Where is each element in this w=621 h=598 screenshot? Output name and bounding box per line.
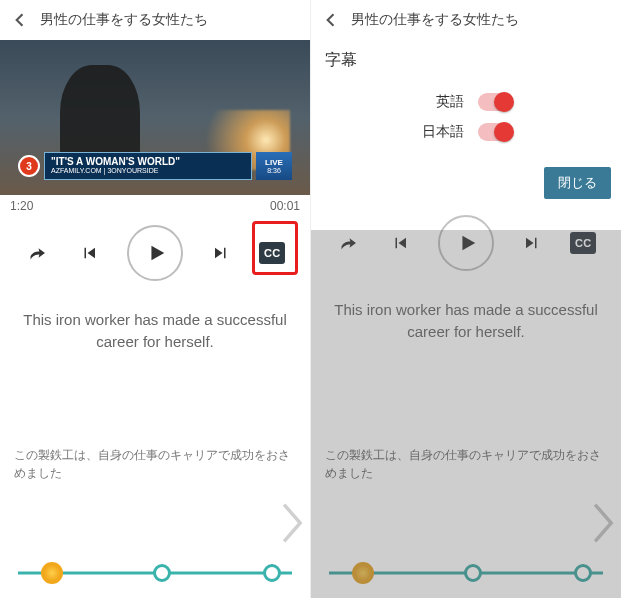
header: 男性の仕事をする女性たち <box>311 0 621 40</box>
stepper-dot[interactable] <box>574 564 592 582</box>
option-english-label: 英語 <box>420 93 464 111</box>
lower-third: 3 "IT'S A WOMAN'S WORLD" AZFAMILY.COM | … <box>18 151 292 181</box>
next-card-chevron-icon[interactable] <box>276 500 306 550</box>
header: 男性の仕事をする女性たち <box>0 0 310 40</box>
close-button[interactable]: 閉じる <box>544 167 611 199</box>
chyron-headline: "IT'S A WOMAN'S WORLD" <box>51 157 251 167</box>
chyron-subline: AZFAMILY.COM | 3ONYOURSIDE <box>51 167 251 175</box>
stepper-dot[interactable] <box>464 564 482 582</box>
previous-button[interactable] <box>387 230 413 256</box>
subtitle-panel-title: 字幕 <box>311 40 621 85</box>
stepper-dot-current[interactable] <box>41 562 63 584</box>
time-remaining: 00:01 <box>270 199 300 213</box>
next-button[interactable] <box>208 240 234 266</box>
play-button[interactable] <box>438 215 494 271</box>
video-subject-silhouette <box>60 65 140 160</box>
play-button[interactable] <box>127 225 183 281</box>
left-screen: 男性の仕事をする女性たち 3 "IT'S A WOMAN'S WORLD" AZ… <box>0 0 310 598</box>
option-japanese-label: 日本語 <box>420 123 464 141</box>
page-title: 男性の仕事をする女性たち <box>40 11 208 29</box>
subtitle-japanese: この製鉄工は、自身の仕事のキャリアで成功をおさめました <box>0 446 310 482</box>
subtitle-japanese: この製鉄工は、自身の仕事のキャリアで成功をおさめました <box>311 446 621 482</box>
option-english: 英語 <box>420 93 512 111</box>
playback-times: 1:20 00:01 <box>0 195 310 221</box>
speed-button[interactable] <box>25 240 51 266</box>
page-title: 男性の仕事をする女性たち <box>351 11 519 29</box>
speed-button[interactable] <box>336 230 362 256</box>
next-card-chevron-icon[interactable] <box>587 500 617 550</box>
subtitle-english: This iron worker has made a successful c… <box>311 283 621 343</box>
toggle-english[interactable] <box>478 93 512 111</box>
stepper-dot[interactable] <box>263 564 281 582</box>
toggle-japanese[interactable] <box>478 123 512 141</box>
progress-stepper[interactable] <box>311 558 621 588</box>
playback-controls: CC <box>311 211 621 283</box>
video-player[interactable]: 3 "IT'S A WOMAN'S WORLD" AZFAMILY.COM | … <box>0 40 310 195</box>
stepper-dot[interactable] <box>153 564 171 582</box>
stepper-dot-current[interactable] <box>352 562 374 584</box>
time-elapsed: 1:20 <box>10 199 33 213</box>
back-button[interactable] <box>319 8 343 32</box>
subtitle-english: This iron worker has made a successful c… <box>0 293 310 353</box>
progress-stepper[interactable] <box>0 558 310 588</box>
station-bug-icon: 3 <box>18 155 40 177</box>
close-bar: 閉じる <box>311 167 621 207</box>
right-screen: 男性の仕事をする女性たち 字幕 英語 日本語 閉じる <box>310 0 621 598</box>
cc-icon: CC <box>570 232 596 254</box>
previous-button[interactable] <box>76 240 102 266</box>
option-japanese: 日本語 <box>420 123 512 141</box>
subtitle-options: 英語 日本語 <box>311 85 621 167</box>
toggle-knob <box>494 92 514 112</box>
cc-icon: CC <box>259 242 285 264</box>
captions-button[interactable]: CC <box>570 230 596 256</box>
playback-controls: CC <box>0 221 310 293</box>
chyron: "IT'S A WOMAN'S WORLD" AZFAMILY.COM | 3O… <box>44 152 252 180</box>
back-button[interactable] <box>8 8 32 32</box>
captions-button[interactable]: CC <box>259 240 285 266</box>
next-button[interactable] <box>519 230 545 256</box>
live-badge: LIVE 8:36 <box>256 152 292 180</box>
toggle-knob <box>494 122 514 142</box>
